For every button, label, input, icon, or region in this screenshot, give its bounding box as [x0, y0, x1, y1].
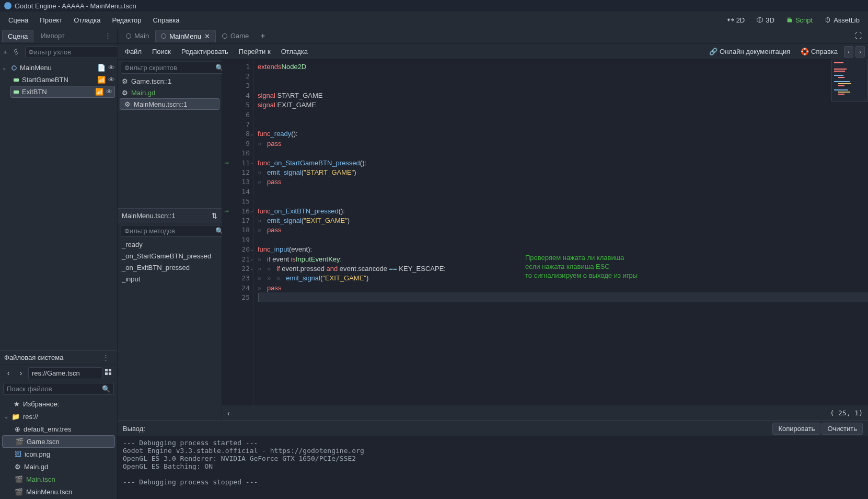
mode-3d[interactable]: 3D — [752, 14, 779, 26]
mode-script[interactable]: Script — [782, 14, 817, 26]
method-item[interactable]: _on_StartGameBTN_pressed — [118, 250, 222, 262]
script-item[interactable]: ⚙Game.tscn::1 — [118, 75, 222, 87]
script-icon[interactable]: 📄 — [97, 64, 105, 72]
tab-mainmenu[interactable]: MainMenu✕ — [155, 30, 216, 42]
scene-filter-input[interactable] — [29, 48, 117, 56]
script-filter[interactable]: 🔍 — [121, 62, 227, 74]
scene-filter[interactable]: 🔍 — [25, 46, 132, 58]
code-editor[interactable]: 12345678⌄91011⌄⇥1213141516⌄⇥17181920⌄21⌄… — [222, 60, 868, 421]
mode-assetlib[interactable]: AssetLib — [820, 14, 864, 26]
script-item[interactable]: ⚙Main.gd — [118, 87, 222, 98]
visibility-icon[interactable]: 👁 — [108, 64, 115, 72]
node-mainmenu[interactable]: ⌄ MainMenu 📄👁 — [0, 62, 117, 74]
sort-icon[interactable]: ⇅ — [212, 212, 217, 220]
fullscreen-icon[interactable]: ⛶ — [852, 32, 865, 40]
menu-help[interactable]: Справка — [149, 14, 184, 26]
node2d-icon — [10, 64, 18, 72]
copy-button[interactable]: Копировать — [772, 423, 820, 435]
tab-scene[interactable]: Сцена — [2, 30, 33, 42]
fs-search-input[interactable] — [7, 385, 99, 393]
menu-project[interactable]: Проект — [36, 14, 66, 26]
script-menu-goto[interactable]: Перейти к — [235, 46, 275, 58]
fs-path[interactable]: res://Game.tscn — [28, 367, 102, 379]
tab-game[interactable]: Game — [217, 30, 254, 42]
method-filter-input[interactable] — [124, 227, 212, 235]
back-icon[interactable]: ‹ — [227, 409, 230, 417]
link-icon[interactable] — [13, 47, 20, 56]
fs-file[interactable]: 🎬Main.tscn — [0, 473, 117, 485]
script-menubar: Файл Поиск Редактировать Перейти к Отлад… — [118, 44, 868, 60]
panel-options-icon[interactable]: ⋮ — [101, 32, 115, 40]
menu-debug[interactable]: Отладка — [70, 14, 105, 26]
scene-icon: 🎬 — [15, 488, 23, 496]
add-node-icon[interactable]: + — [3, 47, 7, 56]
nav-back-icon[interactable]: ‹ — [3, 369, 14, 377]
svg-rect-8 — [109, 372, 111, 375]
method-item[interactable]: _on_ExitBTN_pressed — [118, 262, 222, 273]
view-grid-icon[interactable] — [105, 368, 114, 378]
online-docs-link[interactable]: 🔗 Онлайн документация — [705, 46, 794, 58]
clear-button[interactable]: Очистить — [821, 423, 863, 435]
gear-icon: ⚙ — [124, 100, 131, 108]
mode-2d[interactable]: 2D — [723, 14, 749, 26]
fs-search[interactable]: 🔍 — [3, 383, 114, 395]
node-startgamebtn[interactable]: StartGameBTN 📶👁 — [0, 74, 117, 86]
nav-back-icon[interactable]: ‹ — [844, 46, 853, 58]
scene-icon: 🎬 — [15, 475, 23, 483]
help-link[interactable]: 🛟 Справка — [796, 46, 842, 58]
fs-file[interactable]: 🖼icon.png — [0, 448, 117, 460]
cursor-position: ( 25, 1) — [830, 409, 863, 417]
resource-icon: ⊕ — [15, 425, 20, 433]
script-menu-edit[interactable]: Редактировать — [177, 46, 233, 58]
filesystem-header: Файловая система ⋮ — [0, 350, 117, 365]
main-menubar: Сцена Проект Отладка Редактор Справка 2D… — [0, 12, 868, 28]
fs-file[interactable]: 🎬MainMenu.tscn — [0, 485, 117, 498]
tab-main[interactable]: Main — [121, 30, 154, 42]
scene-panel-tabs: Сцена Импорт ⋮ — [0, 28, 117, 44]
code-content[interactable]: extends Node2Dsignal START_GAMEsignal EX… — [253, 60, 868, 405]
window-title: Godot Engine - AAAAA - MainMenu.tscn — [15, 2, 136, 10]
visibility-icon[interactable]: 👁 — [108, 76, 115, 84]
fs-favorites[interactable]: ★Избранное: — [0, 398, 117, 410]
menu-scene[interactable]: Сцена — [4, 14, 32, 26]
method-item[interactable]: _input — [118, 273, 222, 285]
signal-icon[interactable]: 📶 — [95, 88, 102, 96]
node-exitbtn[interactable]: ExitBTN 📶👁 — [10, 86, 115, 98]
output-content[interactable]: --- Debugging process started --- Godot … — [118, 436, 868, 499]
fs-file[interactable]: ⚙Main.gd — [0, 460, 117, 473]
menu-editor[interactable]: Редактор — [108, 14, 146, 26]
method-header: MainMenu.tscn::1 ⇅ — [118, 208, 222, 223]
nav-forward-icon[interactable]: › — [855, 46, 865, 58]
signal-icon[interactable]: 📶 — [97, 76, 105, 84]
method-filter[interactable]: 🔍 — [121, 225, 227, 237]
help-icon: 🛟 — [801, 48, 809, 55]
link-icon: 🔗 — [709, 48, 717, 55]
tab-import[interactable]: Импорт — [36, 30, 70, 42]
minimap[interactable] — [831, 60, 868, 101]
svg-rect-7 — [105, 372, 108, 375]
svg-rect-5 — [105, 369, 108, 371]
close-icon[interactable]: ✕ — [204, 32, 210, 40]
script-menu-debug[interactable]: Отладка — [277, 46, 312, 58]
output-title: Вывод: — [123, 425, 145, 433]
node2d-icon — [161, 33, 166, 39]
svg-point-2 — [12, 66, 16, 70]
new-tab-icon[interactable]: + — [255, 31, 270, 41]
fs-file[interactable]: ⊕default_env.tres — [0, 423, 117, 435]
method-item[interactable]: _ready — [118, 239, 222, 250]
script-filter-input[interactable] — [124, 64, 212, 72]
node2d-icon — [126, 33, 131, 39]
script-item[interactable]: ⚙MainMenu.tscn::1 — [120, 98, 219, 110]
visibility-icon[interactable]: 👁 — [106, 88, 113, 96]
fs-file[interactable]: 🎬Game.tscn — [2, 435, 115, 448]
godot-logo-icon — [4, 2, 11, 9]
script-menu-search[interactable]: Поиск — [148, 46, 175, 58]
script-menu-file[interactable]: Файл — [121, 46, 146, 58]
image-icon: 🖼 — [15, 450, 21, 458]
nav-forward-icon[interactable]: › — [16, 369, 26, 377]
svg-rect-4 — [14, 90, 19, 94]
code-annotation: Проверяем нажата ли клавиша если нажата … — [525, 253, 638, 280]
panel-options-icon[interactable]: ⋮ — [99, 354, 113, 361]
fs-root[interactable]: ⌄📁res:// — [0, 410, 117, 423]
line-gutter: 12345678⌄91011⌄⇥1213141516⌄⇥17181920⌄21⌄… — [222, 60, 253, 405]
